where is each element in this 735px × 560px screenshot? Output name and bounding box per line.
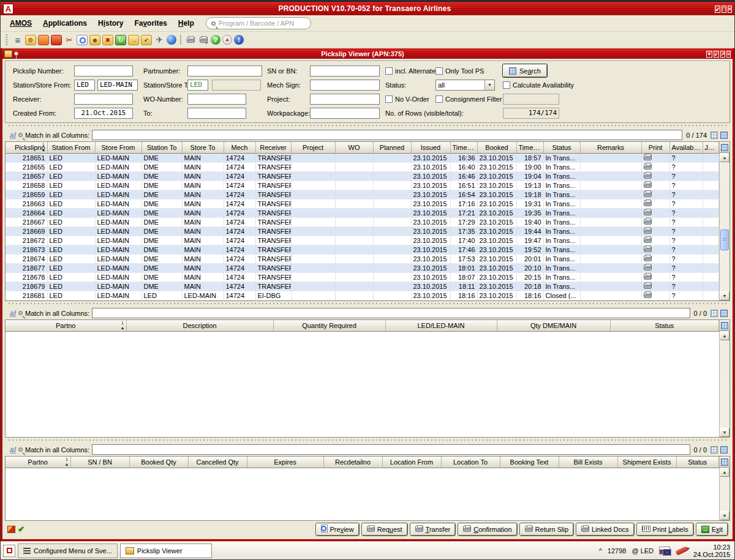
incl-alternates-option[interactable]: incl. Alternates <box>385 64 435 77</box>
menu-help[interactable]: Help <box>173 17 200 29</box>
print-add-icon[interactable] <box>198 35 209 45</box>
forward-box-icon[interactable]: → <box>128 35 139 45</box>
pickslip-shortcut-icon[interactable] <box>7 526 15 533</box>
table-row[interactable]: 218674LEDLED-MAINDMEMAIN14724TRANSFER23.… <box>6 254 719 263</box>
no-v-order-option[interactable]: No V-Order <box>385 92 435 105</box>
column-header[interactable]: Project <box>291 142 335 153</box>
only-tool-ps-option[interactable]: Only Tool PS <box>435 64 503 77</box>
column-header[interactable]: Booking Text <box>500 457 559 468</box>
booking-match-input[interactable] <box>92 444 690 455</box>
menu-amos[interactable]: AMOS <box>4 17 37 29</box>
print-icon[interactable] <box>644 246 652 252</box>
column-header[interactable]: Cancelled Qty <box>188 457 247 468</box>
column-header[interactable]: Partno1▲ <box>6 457 70 468</box>
column-header[interactable]: Description <box>126 320 273 331</box>
table-row[interactable]: 218663LEDLED-MAINDMEMAIN14724TRANSFER23.… <box>6 199 719 208</box>
match-case-icon[interactable]: al <box>10 131 16 140</box>
column-header[interactable]: Pickslipno1▲ <box>6 142 47 153</box>
only-tool-ps-checkbox[interactable] <box>435 67 443 75</box>
help-icon[interactable]: ? <box>211 35 221 45</box>
splitter[interactable] <box>5 438 730 442</box>
created-to-input[interactable] <box>187 108 246 119</box>
table-row[interactable]: 218655LEDLED-MAINDMEMAIN14724TRANSFER23.… <box>6 162 719 171</box>
table-row[interactable]: 218673LEDLED-MAINDMEMAIN14724TRANSFER23.… <box>6 245 719 254</box>
table-row[interactable]: 218651LEDLED-MAINDMEMAIN14724TRANSFER23.… <box>6 153 719 162</box>
table-grid-icon[interactable] <box>720 132 728 139</box>
scroll-track[interactable] <box>720 340 729 428</box>
column-header[interactable]: Planned <box>373 142 411 153</box>
calculate-availability-option[interactable]: Calculate Availability <box>503 78 728 91</box>
created-from-input[interactable] <box>74 108 133 119</box>
scroll-track[interactable] <box>720 477 729 511</box>
column-header[interactable]: Booked <box>477 142 516 153</box>
globe-search-icon[interactable] <box>167 35 176 45</box>
column-header[interactable]: SN / BN <box>70 457 129 468</box>
folder-icon[interactable] <box>51 35 62 45</box>
column-header[interactable]: Status <box>543 142 580 153</box>
column-header[interactable]: Issued <box>411 142 450 153</box>
print-icon[interactable] <box>644 255 652 261</box>
print-icon[interactable] <box>185 35 196 45</box>
table-row[interactable]: 218669LEDLED-MAINDMEMAIN14724TRANSFER23.… <box>6 226 719 236</box>
pickslip-match-input[interactable] <box>92 130 682 140</box>
signature-pen-icon[interactable] <box>675 546 688 556</box>
scroll-up-button[interactable]: ▲ <box>720 153 729 162</box>
station-from-input[interactable] <box>74 80 95 91</box>
user-box-icon[interactable]: ☻ <box>89 35 100 45</box>
print-icon[interactable] <box>644 292 652 298</box>
print-icon[interactable] <box>644 173 652 179</box>
restore-button[interactable]: ↙ <box>714 51 719 58</box>
taskbar-app-configured-menu-of-sve-[interactable]: Configured Menu of Sve... <box>18 543 118 558</box>
refresh-box-icon[interactable]: ↻ <box>115 35 126 45</box>
print-icon[interactable] <box>644 218 652 225</box>
scroll-up-button[interactable]: ▲ <box>720 468 729 477</box>
column-header[interactable]: Recdetailno <box>323 457 382 468</box>
store-from-input[interactable] <box>97 80 138 91</box>
column-header[interactable]: Mech <box>224 142 255 153</box>
taskbar-start-button[interactable] <box>3 545 15 557</box>
toolbar-grip[interactable] <box>6 34 8 45</box>
print-icon[interactable] <box>644 209 652 215</box>
wo-number-input[interactable] <box>187 94 246 105</box>
table-row[interactable]: 218678LEDLED-MAINDMEMAIN14724TRANSFER23.… <box>6 272 719 282</box>
column-header[interactable]: Expires <box>247 457 323 468</box>
scroll-thumb[interactable] <box>720 230 729 250</box>
favorites-list-icon[interactable]: ≡ <box>12 35 23 45</box>
transfer-button[interactable]: Transfer <box>410 523 456 536</box>
table-row[interactable]: 218681LEDLED-MAINLEDLED-MAIN14724EI-DBG2… <box>6 291 719 300</box>
taskbar-app-pickslip-viewer[interactable]: Pickslip Viewer <box>120 543 212 558</box>
settings-icon[interactable]: ⚙ <box>25 35 36 45</box>
column-header[interactable]: Quantity Required <box>273 320 385 331</box>
scroll-down-button[interactable]: ▼ <box>720 428 729 437</box>
sn-bn-input[interactable] <box>310 65 380 77</box>
column-header[interactable]: Booked Qty <box>129 457 188 468</box>
no-v-order-checkbox[interactable] <box>385 95 393 103</box>
column-header[interactable]: Receiver <box>255 142 291 153</box>
pickslip-number-input[interactable] <box>74 65 133 77</box>
menu-history[interactable]: History <box>92 17 129 29</box>
partnumber-input[interactable] <box>187 65 262 77</box>
receiver-input[interactable] <box>74 94 133 105</box>
calculate-availability-checkbox[interactable] <box>503 81 510 89</box>
project-input[interactable] <box>310 94 380 105</box>
scroll-up-button[interactable]: ▲ <box>720 331 729 340</box>
table-row[interactable]: 218658LEDLED-MAINDMEMAIN14724TRANSFER23.… <box>6 181 719 190</box>
column-header[interactable]: Qty DME/MAIN <box>497 320 610 331</box>
table-row[interactable]: 218677LEDLED-MAINDMEMAIN14724TRANSFER23.… <box>6 263 719 272</box>
scroll-down-button[interactable]: ▼ <box>720 511 729 520</box>
column-header[interactable]: Station From <box>47 142 95 153</box>
consignment-filter-checkbox[interactable] <box>435 95 443 103</box>
window-menu-icon[interactable] <box>4 50 12 58</box>
parts-match-input[interactable] <box>92 308 690 318</box>
station-to-input[interactable] <box>187 80 208 91</box>
linked-docs-button[interactable]: Linked Docs <box>576 523 634 536</box>
column-header[interactable]: Store To <box>182 142 224 153</box>
return-slip-button[interactable]: Return Slip <box>520 523 573 536</box>
column-header[interactable]: Location To <box>441 457 500 468</box>
table-row[interactable]: 218672LEDLED-MAINDMEMAIN14724TRANSFER23.… <box>6 236 719 245</box>
cut-icon[interactable]: ✂ <box>64 35 75 45</box>
scroll-track[interactable] <box>720 162 729 291</box>
column-config-icon[interactable] <box>721 458 728 466</box>
detach-button[interactable]: ↗ <box>720 51 726 58</box>
program-search-box[interactable] <box>206 17 311 29</box>
